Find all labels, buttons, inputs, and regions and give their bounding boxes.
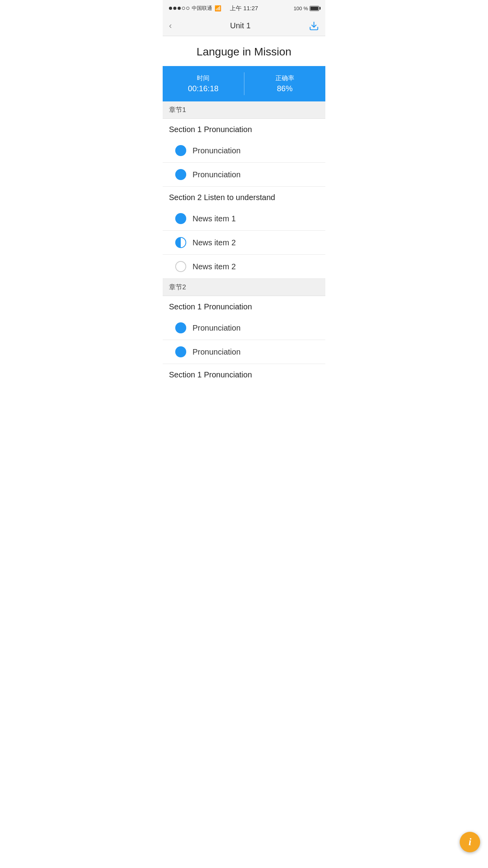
status-left: 中国联通 📶 (169, 5, 221, 12)
section-title: Section 1 Pronunciation (163, 296, 325, 316)
list-item[interactable]: News item 2 (163, 231, 325, 255)
signal-icon (169, 7, 189, 10)
section-title: Section 2 Listen to understand (163, 187, 325, 207)
progress-circle-full (175, 346, 186, 357)
accuracy-stat: 正确率 86% (244, 66, 326, 101)
wifi-icon: 📶 (215, 5, 221, 11)
list-item[interactable]: News item 2 (163, 255, 325, 279)
time-label: 时间 (197, 74, 209, 83)
stats-bar: 时间 00:16:18 正确率 86% (163, 66, 325, 101)
carrier-label: 中国联通 (192, 5, 212, 12)
time-stat: 时间 00:16:18 (163, 66, 244, 101)
nav-bar: ‹ Unit 1 (163, 16, 325, 36)
list-item[interactable]: Pronunciation (163, 139, 325, 163)
list-item[interactable]: News item 1 (163, 207, 325, 231)
list-item[interactable]: Pronunciation (163, 316, 325, 340)
page-title-section: Languge in Mission (163, 36, 325, 66)
chapter-header: 章节1 (163, 101, 325, 119)
list-item-label: Pronunciation (193, 146, 240, 155)
battery-label: 100 % (294, 6, 308, 11)
list-item-label: Pronunciation (193, 348, 240, 357)
chapter-header: 章节2 (163, 279, 325, 296)
progress-circle-empty (175, 261, 186, 272)
back-button[interactable]: ‹ (169, 22, 172, 30)
status-bar: 中国联通 📶 上午 11:27 100 % (163, 0, 325, 16)
accuracy-value: 86% (277, 84, 293, 93)
list-item[interactable]: Pronunciation (163, 340, 325, 364)
section-title: Section 1 Pronunciation (163, 119, 325, 139)
progress-circle-full (175, 145, 186, 156)
page-title: Languge in Mission (169, 46, 319, 58)
progress-circle-half (175, 237, 186, 248)
content-area: 章节1Section 1 PronunciationPronunciationP… (163, 101, 325, 416)
download-button[interactable] (309, 21, 319, 31)
status-right: 100 % (294, 6, 319, 11)
status-time: 上午 11:27 (230, 5, 258, 12)
list-item-label: News item 2 (193, 262, 236, 271)
progress-circle-full (175, 213, 186, 224)
list-item[interactable]: Pronunciation (163, 163, 325, 187)
list-item-label: Pronunciation (193, 324, 240, 333)
battery-icon (310, 6, 319, 11)
nav-title: Unit 1 (230, 21, 251, 30)
list-item-label: News item 2 (193, 238, 236, 247)
accuracy-label: 正确率 (275, 74, 294, 83)
list-item-label: News item 1 (193, 214, 236, 223)
section-title: Section 1 Pronunciation (163, 364, 325, 384)
progress-circle-full (175, 322, 186, 333)
time-value: 00:16:18 (188, 84, 218, 93)
list-item-label: Pronunciation (193, 170, 240, 179)
progress-circle-full (175, 169, 186, 180)
